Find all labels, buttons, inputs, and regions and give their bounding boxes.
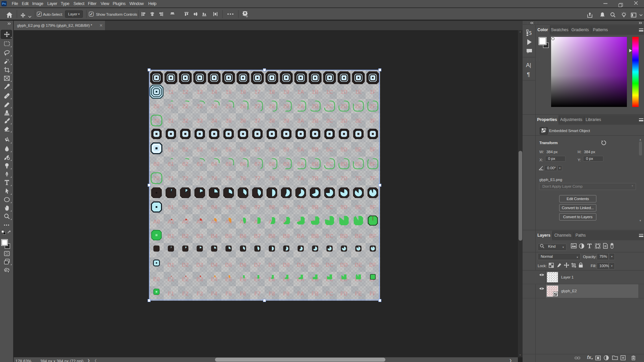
svg-text:67: 67: [255, 161, 261, 167]
svg-text:E1: E1: [168, 277, 174, 282]
svg-text:1E: 1E: [355, 89, 362, 95]
svg-text:FA: FA: [297, 291, 304, 297]
svg-text:F2: F2: [182, 291, 189, 297]
svg-text:E5: E5: [225, 277, 232, 282]
svg-text:58: 58: [269, 147, 275, 153]
svg-text:29: 29: [283, 104, 289, 109]
svg-text:62: 62: [182, 161, 189, 167]
svg-text:15: 15: [226, 89, 232, 95]
svg-text:DF: DF: [369, 262, 377, 268]
svg-text:DB: DB: [311, 262, 319, 268]
svg-text:9E: 9E: [355, 204, 362, 210]
svg-text:6E: 6E: [355, 161, 362, 167]
svg-text:D5: D5: [225, 262, 232, 268]
svg-text:95: 95: [226, 204, 232, 210]
svg-text:D7: D7: [254, 262, 261, 268]
svg-text:FF: FF: [370, 291, 376, 297]
svg-text:D3: D3: [196, 262, 203, 268]
svg-text:2E: 2E: [355, 104, 362, 109]
svg-text:2C: 2C: [326, 104, 333, 109]
svg-text:97: 97: [255, 204, 261, 210]
svg-text:63: 63: [197, 161, 203, 167]
svg-text:94: 94: [211, 204, 217, 210]
svg-text:5D: 5D: [340, 147, 347, 153]
svg-text:26: 26: [240, 104, 246, 109]
svg-text:31: 31: [168, 118, 174, 124]
svg-text:E3: E3: [197, 277, 203, 282]
svg-text:BA: BA: [297, 233, 305, 239]
svg-text:13: 13: [197, 89, 203, 95]
svg-text:5F: 5F: [370, 147, 376, 153]
svg-text:6D: 6D: [340, 161, 347, 167]
svg-text:F7: F7: [254, 291, 261, 297]
svg-text:1C: 1C: [326, 89, 333, 95]
svg-text:52: 52: [182, 147, 189, 153]
svg-text:72: 72: [182, 176, 189, 181]
svg-text:30: 30: [154, 118, 160, 124]
svg-text:98: 98: [269, 204, 275, 210]
svg-text:27: 27: [255, 104, 261, 109]
svg-text:25: 25: [226, 104, 232, 109]
svg-text:68: 68: [269, 161, 275, 167]
svg-text:20: 20: [154, 104, 160, 109]
svg-text:FE: FE: [355, 291, 362, 297]
svg-text:7C: 7C: [326, 176, 333, 181]
svg-text:2F: 2F: [370, 104, 376, 109]
svg-text:3C: 3C: [326, 118, 333, 124]
svg-text:57: 57: [255, 147, 261, 153]
svg-text:3B: 3B: [312, 118, 318, 124]
svg-text:2D: 2D: [340, 104, 347, 109]
svg-text:D1: D1: [167, 262, 174, 268]
svg-text:F6: F6: [240, 291, 246, 297]
svg-text:1F: 1F: [370, 89, 376, 95]
svg-text:91: 91: [168, 204, 174, 210]
svg-text:3D: 3D: [340, 118, 347, 124]
svg-text:65: 65: [226, 161, 232, 167]
svg-text:1D: 1D: [340, 89, 347, 95]
svg-text:37: 37: [255, 118, 261, 124]
svg-text:D8: D8: [268, 262, 275, 268]
svg-text:F5: F5: [225, 291, 232, 297]
svg-text:33: 33: [197, 118, 203, 124]
svg-text:53: 53: [197, 147, 203, 153]
svg-text:64: 64: [211, 161, 217, 167]
svg-text:92: 92: [182, 204, 189, 210]
svg-text:6F: 6F: [370, 161, 376, 167]
svg-text:5B: 5B: [312, 147, 318, 153]
svg-text:F4: F4: [211, 291, 217, 297]
svg-text:78: 78: [269, 176, 275, 181]
svg-text:38: 38: [269, 118, 275, 124]
svg-text:39: 39: [283, 118, 289, 124]
svg-text:B8: B8: [268, 233, 275, 239]
svg-text:1A: 1A: [297, 89, 304, 95]
svg-text:FD: FD: [340, 291, 347, 297]
svg-text:24: 24: [211, 104, 217, 109]
svg-text:16: 16: [240, 89, 246, 95]
svg-text:5E: 5E: [355, 147, 362, 153]
svg-text:BE: BE: [355, 233, 362, 239]
svg-text:DC: DC: [326, 262, 334, 268]
svg-text:7F: 7F: [370, 176, 376, 181]
svg-text:70: 70: [154, 176, 160, 181]
svg-text:3F: 3F: [370, 118, 376, 124]
svg-text:54: 54: [211, 147, 217, 153]
svg-text:D6: D6: [239, 262, 247, 268]
svg-text:11: 11: [168, 89, 174, 95]
svg-text:E2: E2: [182, 277, 189, 282]
svg-text:DE: DE: [355, 262, 362, 268]
svg-text:D2: D2: [182, 262, 189, 268]
svg-text:B2: B2: [182, 233, 189, 239]
svg-text:F8: F8: [269, 291, 275, 297]
svg-text:7A: 7A: [297, 176, 304, 181]
svg-text:71: 71: [168, 176, 174, 181]
svg-text:B1: B1: [167, 233, 174, 239]
svg-text:B5: B5: [225, 233, 232, 239]
svg-text:60: 60: [154, 161, 160, 167]
svg-text:73: 73: [197, 176, 203, 181]
svg-text:61: 61: [168, 161, 174, 167]
svg-text:7B: 7B: [312, 176, 318, 181]
svg-text:2A: 2A: [297, 104, 304, 109]
svg-text:55: 55: [226, 147, 232, 153]
svg-text:6B: 6B: [312, 161, 318, 167]
svg-text:A0: A0: [153, 219, 160, 225]
